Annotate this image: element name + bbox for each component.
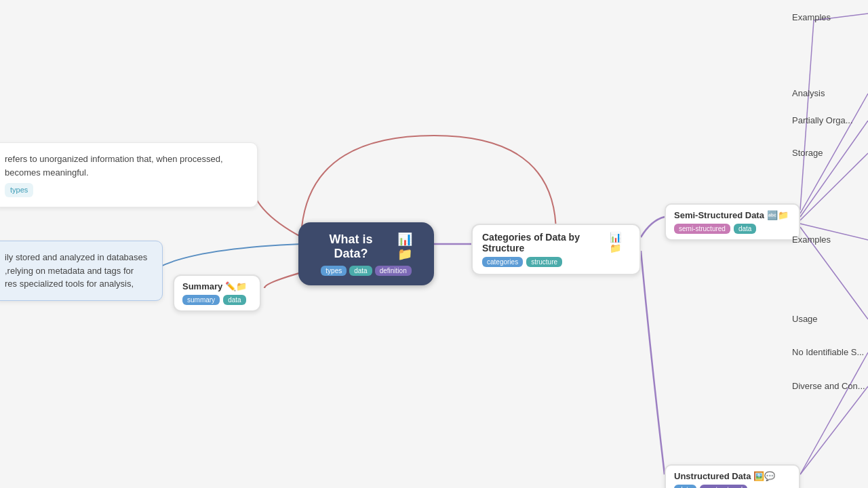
tag-types[interactable]: types bbox=[321, 266, 347, 276]
central-node-title: What is Data? 📊📁 bbox=[313, 232, 419, 262]
semi-icons: 🔤📁 bbox=[767, 210, 789, 220]
label-analysis: Analysis bbox=[792, 88, 825, 98]
tag-unstructured[interactable]: unstructured bbox=[700, 485, 747, 488]
central-node[interactable]: What is Data? 📊📁 types data definition bbox=[298, 222, 434, 285]
unstructured-tags: data unstructured bbox=[674, 485, 791, 488]
meta-line2: ,relying on metadata and tags for bbox=[5, 264, 151, 278]
tag-data-summary[interactable]: data bbox=[223, 295, 245, 305]
tag-data-unstructured[interactable]: data bbox=[674, 485, 696, 488]
tag-data[interactable]: data bbox=[349, 266, 372, 276]
tag-data-semi[interactable]: data bbox=[734, 224, 756, 234]
unstructured-title: Unstructured Data 🖼️💬 bbox=[674, 471, 791, 481]
label-partially-org: Partially Orga... bbox=[792, 115, 853, 125]
unstructured-node[interactable]: Unstructured Data 🖼️💬 data unstructured bbox=[665, 464, 800, 488]
label-no-identifiable: No Identifiable S... bbox=[792, 347, 864, 357]
tag-semi-structured[interactable]: semi-structured bbox=[674, 224, 730, 234]
categories-tags: categories structure bbox=[482, 257, 630, 267]
categories-icons: 📊📁 bbox=[610, 232, 630, 253]
semi-structured-title: Semi-Structured Data 🔤📁 bbox=[674, 210, 791, 220]
info-text-box: refers to unorganized information that, … bbox=[0, 142, 258, 207]
categories-node[interactable]: Categories of Data by Structure 📊📁 categ… bbox=[471, 224, 641, 275]
tag-categories[interactable]: categories bbox=[482, 257, 523, 267]
label-usage: Usage bbox=[792, 314, 818, 324]
summary-icons: ✏️📁 bbox=[225, 281, 247, 291]
information-tag[interactable]: types bbox=[5, 183, 33, 197]
label-storage: Storage bbox=[792, 148, 823, 158]
label-examples-mid: Examples bbox=[792, 235, 831, 245]
semi-tags: semi-structured data bbox=[674, 224, 791, 234]
meta-line1: ily stored and analyzed in databases bbox=[5, 251, 151, 264]
tag-summary[interactable]: summary bbox=[182, 295, 220, 305]
central-node-tags: types data definition bbox=[313, 266, 419, 276]
meta-line3: res specialized tools for analysis, bbox=[5, 277, 151, 291]
mind-map-canvas: refers to unorganized information that, … bbox=[0, 0, 868, 488]
categories-node-title: Categories of Data by Structure 📊📁 bbox=[482, 232, 630, 253]
central-node-icons: 📊📁 bbox=[391, 232, 419, 262]
summary-tags: summary data bbox=[182, 295, 252, 305]
tag-structure[interactable]: structure bbox=[526, 257, 562, 267]
info-text-content: refers to unorganized information that, … bbox=[5, 154, 223, 178]
unstructured-icons: 🖼️💬 bbox=[753, 471, 775, 481]
semi-structured-node[interactable]: Semi-Structured Data 🔤📁 semi-structured … bbox=[665, 203, 800, 241]
tag-definition[interactable]: definition bbox=[375, 266, 412, 276]
summary-node[interactable]: Summary ✏️📁 summary data bbox=[173, 274, 261, 312]
label-diverse-con: Diverse and Con... bbox=[792, 381, 865, 391]
meta-text-box: ily stored and analyzed in databases ,re… bbox=[0, 241, 163, 301]
summary-node-title: Summary ✏️📁 bbox=[182, 281, 252, 291]
label-examples-top: Examples bbox=[792, 12, 831, 22]
